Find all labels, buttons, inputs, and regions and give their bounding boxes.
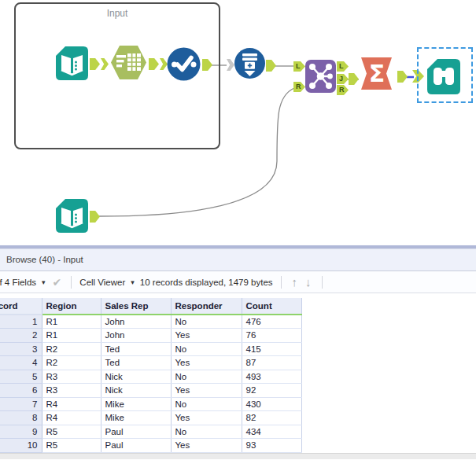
data-cell: 76 bbox=[242, 329, 301, 343]
record-number-cell: 10 bbox=[0, 439, 42, 453]
table-row[interactable]: 8R4MikeYes82 bbox=[0, 411, 301, 425]
data-cell: Yes bbox=[171, 329, 242, 343]
sample-tool[interactable] bbox=[234, 48, 265, 82]
data-cell: Yes bbox=[171, 411, 242, 425]
data-cell: 476 bbox=[242, 315, 301, 329]
record-number-cell: 1 bbox=[0, 315, 42, 329]
table-row[interactable]: 6R3NickYes92 bbox=[0, 384, 301, 398]
browse-tool[interactable] bbox=[426, 58, 461, 98]
record-number-cell: 9 bbox=[0, 425, 42, 439]
column-header-sales-rep[interactable]: Sales Rep bbox=[101, 298, 171, 315]
data-cell: R5 bbox=[42, 439, 101, 453]
column-header-region[interactable]: Region bbox=[42, 298, 101, 315]
column-header-count[interactable]: Count bbox=[242, 298, 301, 315]
record-number-cell: 7 bbox=[0, 397, 42, 411]
record-number-cell: 4 bbox=[0, 356, 42, 370]
column-header-responder[interactable]: Responder bbox=[171, 298, 242, 315]
table-row[interactable]: 7R4MikeNo430 bbox=[0, 397, 301, 411]
data-cell: 434 bbox=[242, 425, 301, 439]
data-cell: 92 bbox=[242, 384, 301, 398]
data-cell: No bbox=[171, 425, 242, 439]
data-cell: No bbox=[171, 370, 242, 384]
sigma-glyph: Σ bbox=[369, 60, 386, 87]
data-cell: 493 bbox=[242, 370, 301, 384]
container-label: Input bbox=[16, 8, 219, 19]
join-network-icon bbox=[305, 60, 336, 93]
table-row[interactable]: 2R1JohnYes76 bbox=[0, 329, 301, 343]
record-number-cell: 8 bbox=[0, 411, 42, 425]
data-cell: No bbox=[171, 315, 242, 329]
text-input-icon bbox=[110, 44, 147, 81]
input-data-tool-2[interactable] bbox=[55, 198, 89, 237]
table-row[interactable]: 5R3NickNo493 bbox=[0, 370, 301, 384]
data-cell: Yes bbox=[171, 384, 242, 398]
data-cell: R5 bbox=[42, 425, 101, 439]
data-cell: Mike bbox=[101, 411, 171, 425]
chevron-down-icon[interactable]: ▾ bbox=[131, 278, 135, 286]
data-cell: R1 bbox=[42, 329, 101, 343]
data-cell: Yes bbox=[171, 439, 242, 453]
browse-results-panel: Browse (40) - Input of 4 Fields ▾ ✔ Cell… bbox=[0, 244, 476, 460]
select-check-icon bbox=[167, 47, 201, 81]
data-cell: Paul bbox=[101, 439, 171, 453]
browse-table: Record Region Sales Rep Responder Count … bbox=[0, 298, 302, 453]
data-cell: R2 bbox=[42, 342, 101, 356]
alteryx-window: Input bbox=[0, 0, 476, 460]
data-cell: Ted bbox=[101, 342, 171, 356]
input-data-icon bbox=[55, 46, 89, 81]
data-cell: John bbox=[101, 329, 171, 343]
table-row[interactable]: 3R2TedNo415 bbox=[0, 342, 301, 356]
panel-bottom-strip bbox=[0, 453, 476, 459]
workflow-canvas[interactable]: Input bbox=[0, 0, 476, 244]
summarize-tool[interactable]: Σ bbox=[358, 55, 395, 95]
select-tool[interactable] bbox=[167, 47, 201, 84]
data-cell: R4 bbox=[42, 411, 101, 425]
data-cell: 82 bbox=[242, 411, 301, 425]
sample-icon bbox=[234, 48, 265, 79]
text-input-tool[interactable] bbox=[110, 44, 147, 84]
data-grid-area: Record Region Sales Rep Responder Count … bbox=[0, 293, 476, 459]
record-number-cell: 5 bbox=[0, 370, 42, 384]
table-row[interactable]: 4R2TedYes87 bbox=[0, 356, 301, 370]
check-icon[interactable]: ✔ bbox=[53, 276, 62, 289]
fields-dropdown[interactable]: of 4 Fields bbox=[0, 278, 36, 287]
data-cell: Paul bbox=[101, 425, 171, 439]
browse-toolbar: of 4 Fields ▾ ✔ Cell Viewer ▾ 10 records… bbox=[0, 271, 476, 293]
record-number-cell: 2 bbox=[0, 329, 42, 343]
column-header-record[interactable]: Record bbox=[0, 298, 42, 315]
arrow-up-icon[interactable]: ↑ bbox=[292, 275, 298, 289]
browse-binoculars-icon bbox=[426, 58, 461, 95]
toolbar-separator bbox=[281, 276, 282, 289]
data-cell: 415 bbox=[242, 342, 301, 356]
input-data-icon bbox=[55, 198, 89, 234]
data-cell: R1 bbox=[42, 315, 101, 329]
table-header-row: Record Region Sales Rep Responder Count bbox=[0, 298, 301, 315]
data-cell: John bbox=[101, 315, 171, 329]
panel-title: Browse (40) - Input bbox=[0, 249, 476, 271]
data-cell: 93 bbox=[242, 439, 301, 453]
data-cell: Yes bbox=[171, 356, 242, 370]
table-row[interactable]: 9R5PaulNo434 bbox=[0, 425, 301, 439]
toolbar-separator bbox=[322, 276, 323, 289]
data-cell: Ted bbox=[101, 356, 171, 370]
data-cell: R4 bbox=[42, 397, 101, 411]
data-cell: R3 bbox=[42, 370, 101, 384]
browse-table-body: 1R1JohnNo4762R1JohnYes763R2TedNo4154R2Te… bbox=[0, 315, 301, 452]
data-cell: R3 bbox=[42, 384, 101, 398]
cell-viewer-dropdown[interactable]: Cell Viewer bbox=[79, 278, 125, 287]
data-cell: Nick bbox=[101, 370, 171, 384]
panel-splitter[interactable] bbox=[0, 244, 476, 249]
record-number-cell: 6 bbox=[0, 384, 42, 398]
arrow-down-icon[interactable]: ↓ bbox=[305, 275, 312, 289]
table-row[interactable]: 10R5PaulYes93 bbox=[0, 439, 301, 453]
data-cell: Mike bbox=[101, 397, 171, 411]
join-tool[interactable] bbox=[305, 60, 336, 96]
data-cell: R2 bbox=[42, 356, 101, 370]
input-data-tool-1[interactable] bbox=[55, 46, 89, 84]
data-cell: Nick bbox=[101, 384, 171, 398]
table-row[interactable]: 1R1JohnNo476 bbox=[0, 315, 301, 329]
toolbar-separator bbox=[71, 276, 72, 289]
chevron-down-icon[interactable]: ▾ bbox=[42, 278, 46, 286]
data-cell: 430 bbox=[242, 397, 301, 411]
data-cell: No bbox=[171, 342, 242, 356]
